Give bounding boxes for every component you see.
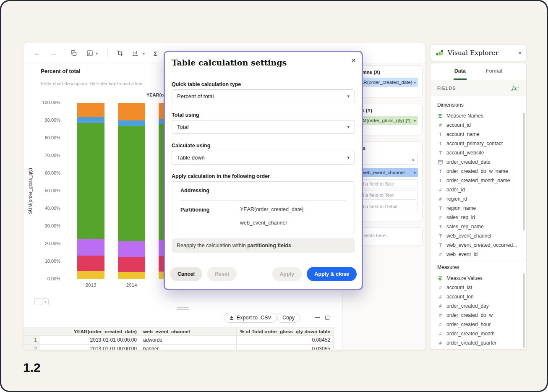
chevron-down-icon: ▾ [347, 124, 350, 130]
table-cell[interactable]: 0.08452 [237, 336, 334, 345]
calculate-using-select[interactable]: Table down ▾ [172, 151, 355, 165]
field-order_created_month_name[interactable]: Torder_created_month_name [431, 176, 526, 185]
field-web_event_id[interactable]: #web_event_id [431, 250, 526, 259]
field-label: Measure Values [446, 275, 521, 281]
measures-list: Measure Values#account_lat#account_lon#o… [431, 274, 526, 350]
field-account_lon[interactable]: #account_lon [431, 292, 526, 301]
field-label: order_id [446, 187, 521, 193]
chevron-down-icon[interactable]: ▾ [143, 51, 145, 55]
duplicate-icon[interactable] [70, 50, 77, 57]
field-region_id[interactable]: #region_id [431, 194, 526, 204]
quick-calc-select[interactable]: Percent of total ▾ [172, 89, 355, 103]
chevron-down-icon[interactable]: ▾ [519, 50, 521, 56]
stacked-bar-2013[interactable] [77, 103, 104, 279]
order-box-divider [180, 200, 346, 201]
field-label: web_event_created_occurred... [446, 242, 521, 248]
table-cell[interactable]: 2013-01-01 00:00:00 [40, 336, 140, 345]
field-order_created_do_w_name[interactable]: Torder_created_do_w_name [431, 167, 526, 176]
export-csv-button[interactable]: Export to .CSV [224, 313, 277, 323]
crop-icon[interactable] [117, 50, 123, 57]
zoom-out-button[interactable]: − [34, 298, 41, 305]
screen: ← → ▾ [0, 0, 548, 392]
zoom-in-button[interactable]: + [42, 298, 49, 305]
forward-button[interactable]: → [50, 49, 57, 57]
field-sales_rep_name[interactable]: Tsales_rep_name [431, 222, 526, 231]
text-icon: T [437, 178, 444, 183]
field-account_name[interactable]: Taccount_name [431, 130, 526, 139]
splitter-handle[interactable] [177, 307, 189, 310]
table-cell[interactable]: 0.03065 [237, 345, 334, 350]
field-account_id[interactable]: #account_id [431, 120, 526, 130]
results-toolbar: Export to .CSV Copy [23, 313, 342, 324]
results-body: 12013-01-01 00:00:00adwords0.0845222013-… [23, 336, 334, 350]
y-tick-label: 50.00% [35, 188, 60, 193]
axis-fit-icon[interactable] [132, 50, 138, 57]
partitioning-values: YEAR(order_created_date)web_event_channe… [240, 206, 303, 233]
apply-button[interactable]: Apply [272, 267, 302, 281]
field-Measure Names[interactable]: Measure Names [431, 111, 526, 120]
field-order_created_do_w[interactable]: #order_created_do_w [431, 311, 526, 320]
minimize-panel-icon[interactable] [313, 314, 321, 322]
chart-subtitle[interactable]: Enter chart description. Hit Enter key t… [41, 81, 142, 86]
table-cell[interactable]: adwords [140, 336, 237, 345]
scrollbar-thumb[interactable] [523, 113, 525, 230]
chart-type-icon[interactable] [86, 50, 93, 57]
tab-data[interactable]: Data [454, 63, 467, 80]
apply-close-button[interactable]: Apply & close [307, 267, 357, 281]
close-icon[interactable]: × [351, 56, 356, 64]
field-label: order_created_week [446, 349, 521, 350]
measure-icon [437, 113, 444, 118]
stacked-bar-2014[interactable] [118, 103, 145, 279]
maximize-panel-icon[interactable] [323, 314, 331, 322]
note-bold-text: partitioning fields [247, 243, 291, 248]
field-order_created_day[interactable]: #order_created_day [431, 301, 526, 311]
field-label: account_lon [446, 294, 521, 300]
column-header[interactable]: % of Total order_gloss_qty down table [237, 327, 334, 336]
copy-button[interactable]: Copy [277, 313, 300, 323]
field-label: region_id [446, 196, 521, 202]
chevron-down-icon[interactable]: ▾ [414, 118, 416, 123]
reset-button[interactable]: Reset [207, 267, 237, 281]
measure-icon [437, 276, 444, 281]
table-calc-badge: [*] [406, 118, 410, 123]
field-account_lat[interactable]: #account_lat [431, 283, 526, 292]
field-order_created_week[interactable]: #order_created_week [431, 348, 526, 350]
chevron-down-icon[interactable]: ▾ [414, 80, 416, 85]
field-web_event_created_occurred...[interactable]: Tweb_event_created_occurred... [431, 240, 526, 250]
table-row: 22013-01-01 00:00:00banner0.03065 [23, 345, 334, 350]
segment-blue [118, 120, 145, 126]
segment-green [118, 126, 145, 241]
table-cell[interactable]: banner [140, 345, 237, 350]
field-order_created_month[interactable]: #order_created_month [431, 329, 526, 338]
chevron-down-icon[interactable]: ▾ [96, 51, 98, 55]
field-sales_rep_id[interactable]: #sales_rep_id [431, 213, 526, 222]
field-Measure Values[interactable]: Measure Values [431, 274, 526, 283]
column-header[interactable]: web_event_channel [140, 327, 237, 336]
scrollbar-thumb[interactable] [523, 273, 525, 348]
chevron-down-icon: ▾ [347, 94, 350, 99]
back-button[interactable]: ← [34, 49, 41, 57]
sigma-icon[interactable]: Σ [154, 50, 157, 57]
fields-scroll-area[interactable]: Dimensions Measure Names#account_idTacco… [431, 96, 526, 350]
table-cell[interactable]: 2013-01-01 00:00:00 [40, 345, 140, 350]
tab-format[interactable]: Format [485, 63, 504, 80]
partitioning-label: Partitioning [180, 206, 240, 233]
field-order_created_hour[interactable]: #order_created_hour [431, 320, 526, 329]
element-type-header[interactable]: Visual Explorer ▾ [430, 44, 527, 61]
add-formula-icon[interactable]: ƒx⁺ [511, 85, 519, 91]
cancel-button[interactable]: Cancel [170, 267, 202, 281]
field-region_name[interactable]: Tregion_name [431, 204, 526, 213]
field-web_event_channel[interactable]: Tweb_event_channel [431, 231, 526, 240]
fields-bar: FIELDS ƒx⁺ [431, 80, 526, 96]
total-using-select[interactable]: Total ▾ [172, 120, 355, 134]
chevron-down-icon[interactable]: ▾ [414, 170, 416, 175]
field-order_id[interactable]: #order_id [431, 185, 526, 194]
calculation-order-box: Addressing Partitioning YEAR(order_creat… [172, 181, 355, 233]
field-order_created_quarter[interactable]: #order_created_quarter [431, 338, 526, 348]
field-account_primary_contact[interactable]: Taccount_primary_contact [431, 139, 526, 148]
column-header[interactable]: YEAR(order_created_date) [40, 327, 140, 336]
row-number: 2 [23, 345, 40, 350]
field-order_created_date[interactable]: order_created_date [431, 157, 526, 167]
field-label: account_website [446, 150, 521, 156]
field-account_website[interactable]: Taccount_website [431, 148, 526, 157]
